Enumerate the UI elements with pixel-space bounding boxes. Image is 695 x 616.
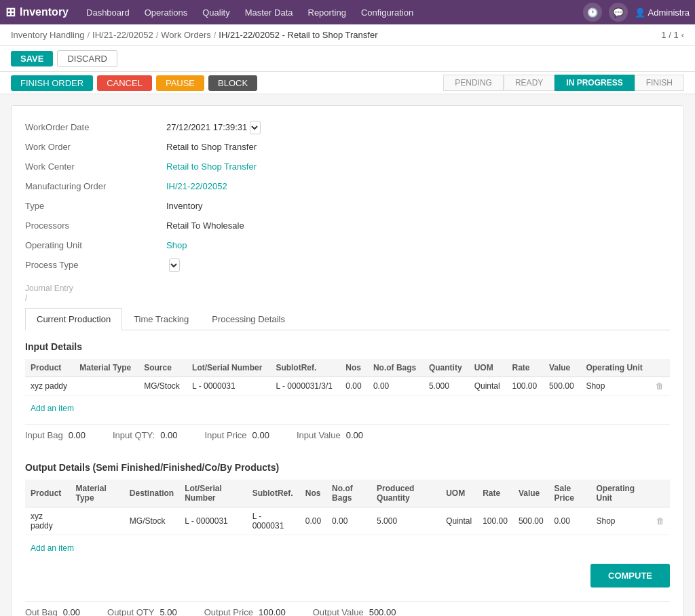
nav-configuration[interactable]: Configuration — [354, 0, 420, 24]
out-col-produced-qty: Produced Quantity — [371, 480, 440, 507]
breadcrumb-current: IH/21-22/02052 - Retail to Shop Transfer — [219, 30, 377, 40]
compute-section: COMPUTE — [25, 556, 670, 596]
tab-time-tracking[interactable]: Time Tracking — [122, 308, 200, 330]
col-value: Value — [544, 359, 580, 377]
cancel-button[interactable]: CANCEL — [97, 75, 152, 91]
input-price-label: Input Price — [204, 430, 246, 440]
manufacturing-order-value[interactable]: IH/21-22/02052 — [166, 178, 345, 194]
breadcrumb-work-orders[interactable]: Work Orders — [161, 30, 210, 40]
out-nos: 0.00 — [300, 507, 326, 535]
col-lot-serial: Lot/Serial Number — [187, 359, 270, 377]
type-label: Type — [25, 198, 161, 214]
input-price-value: 0.00 — [252, 430, 269, 440]
breadcrumb-sep-1: / — [87, 30, 90, 40]
processors-value: Retail To Wholesale — [166, 218, 345, 233]
out-col-sublot-ref: SublotRef. — [247, 480, 300, 507]
chat-icon[interactable]: 💬 — [609, 3, 628, 22]
breadcrumb-sep-3: / — [214, 30, 217, 40]
output-qty-label: Output QTY — [107, 607, 154, 616]
input-bag-value: 0.00 — [69, 430, 86, 440]
input-material-type — [74, 377, 138, 396]
type-value: Inventory — [166, 198, 345, 214]
out-lot-serial: L - 0000031 — [179, 507, 246, 535]
input-delete-icon[interactable]: 🗑 — [656, 381, 664, 391]
status-ready: READY — [504, 75, 555, 91]
user-icon: 👤 — [635, 7, 645, 18]
out-sale-price: 0.00 — [549, 507, 591, 535]
work-order-date-label: WorkOrder Date — [25, 119, 161, 135]
input-value-value: 0.00 — [346, 430, 363, 440]
col-product: Product — [25, 359, 74, 377]
out-col-operating-unit: Operating Unit — [591, 480, 651, 507]
col-no-of-bags: No.of Bags — [368, 359, 424, 377]
input-source: MG/Stock — [138, 377, 187, 396]
pagination-controls: 1 / 1 ‹ — [661, 30, 684, 40]
notification-icon[interactable]: 🕐 — [583, 3, 602, 22]
block-button[interactable]: BLOCK — [208, 75, 257, 91]
work-center-value[interactable]: Retail to Shop Transfer — [166, 159, 345, 174]
output-value-label: Output Value — [313, 607, 364, 616]
col-rate: Rate — [507, 359, 544, 377]
breadcrumb-inventory-handling[interactable]: Inventory Handling — [11, 30, 84, 40]
out-col-material-type: Material Type — [70, 480, 124, 507]
output-delete-icon[interactable]: 🗑 — [656, 516, 664, 526]
nav-operations[interactable]: Operations — [138, 0, 195, 24]
work-order-date-select[interactable] — [250, 121, 261, 134]
out-col-no-of-bags: No.of Bags — [326, 480, 371, 507]
input-value: 500.00 — [544, 377, 580, 396]
col-uom: UOM — [469, 359, 507, 377]
breadcrumb-sep-2: / — [156, 30, 159, 40]
output-summary: Out Bag 0.00 Output QTY 5.00 Output Pric… — [25, 601, 670, 616]
nav-dashboard[interactable]: Dashboard — [79, 0, 136, 24]
status-in-progress: IN PROGRESS — [555, 75, 634, 91]
tab-processing-details[interactable]: Processing Details — [200, 308, 297, 330]
col-source: Source — [138, 359, 187, 377]
input-quantity: 5.000 — [424, 377, 469, 396]
discard-button[interactable]: DISCARD — [57, 50, 117, 67]
out-bag-value: 0.00 — [63, 607, 80, 616]
top-nav: ⊞ Inventory Dashboard Operations Quality… — [0, 0, 695, 24]
user-avatar[interactable]: 👤 Administra — [635, 7, 690, 18]
action-buttons-left: SAVE DISCARD — [11, 50, 117, 67]
input-value-item: Input Value 0.00 — [297, 430, 363, 440]
tab-current-production[interactable]: Current Production — [25, 308, 122, 330]
user-name: Administra — [648, 7, 690, 18]
input-qty-label: Input QTY: — [113, 430, 155, 440]
out-operating-unit: Shop — [591, 507, 651, 535]
out-value: 500.00 — [513, 507, 549, 535]
input-qty-item: Input QTY: 0.00 — [113, 430, 177, 440]
nav-quality[interactable]: Quality — [195, 0, 236, 24]
input-bag-label: Input Bag — [25, 430, 63, 440]
out-no-of-bags: 0.00 — [326, 507, 371, 535]
out-sublot-ref: L - 0000031 — [247, 507, 300, 535]
pagination-prev-icon[interactable]: ‹ — [681, 30, 684, 40]
output-section: Output Details (Semi Finished/Finished/C… — [25, 462, 670, 616]
app-logo[interactable]: ⊞ Inventory — [5, 5, 69, 20]
output-add-item[interactable]: Add an item — [25, 541, 79, 556]
input-no-of-bags: 0.00 — [368, 377, 424, 396]
out-col-nos: Nos — [300, 480, 326, 507]
finish-order-button[interactable]: FINISH ORDER — [11, 75, 93, 91]
status-pending: PENDING — [443, 75, 504, 91]
work-order-date-value: 27/12/2021 17:39:31 — [166, 119, 247, 135]
nav-reporting[interactable]: Reporting — [301, 0, 353, 24]
pause-button[interactable]: PAUSE — [156, 75, 204, 91]
status-finish: FINISH — [635, 75, 684, 91]
input-table-row: xyz paddy MG/Stock L - 0000031 L - 00000… — [25, 377, 670, 396]
out-col-lot-serial: Lot/Serial Number — [179, 480, 246, 507]
process-type-select[interactable] — [169, 258, 180, 272]
breadcrumb-ih-number[interactable]: IH/21-22/02052 — [92, 30, 153, 40]
breadcrumb: Inventory Handling / IH/21-22/02052 / Wo… — [11, 30, 377, 40]
operating-unit-value[interactable]: Shop — [166, 237, 345, 253]
main-menu: Dashboard Operations Quality Master Data… — [79, 0, 583, 24]
input-add-item[interactable]: Add an item — [25, 401, 79, 416]
out-rate: 100.00 — [477, 507, 513, 535]
out-product: xyz paddy — [25, 507, 70, 535]
nav-master-data[interactable]: Master Data — [238, 0, 300, 24]
output-value-item: Output Value 500.00 — [313, 607, 396, 616]
col-quantity: Quantity — [424, 359, 469, 377]
out-bag-label: Out Bag — [25, 607, 58, 616]
input-value-label: Input Value — [297, 430, 341, 440]
compute-button[interactable]: COMPUTE — [590, 564, 670, 588]
save-button[interactable]: SAVE — [11, 51, 53, 66]
